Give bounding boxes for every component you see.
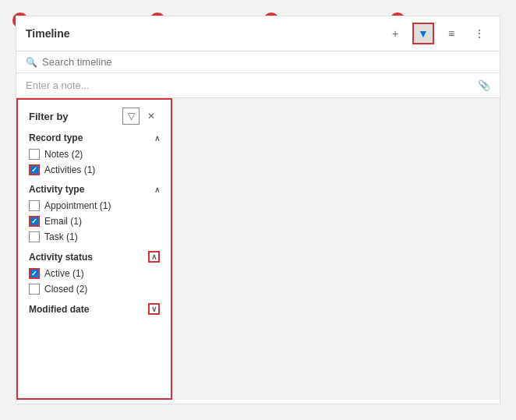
filter-panel-header: Filter by ▽ ✕ [29,108,160,125]
search-input[interactable] [42,56,490,68]
right-panel [172,98,500,400]
close-panel-button[interactable]: ✕ [143,108,160,125]
timeline-card: Timeline + ▼ ≡ ⋮ 🔍 Enter a note... 📎 Fil… [16,16,500,404]
filter-item-active: Active (1) [29,266,160,281]
checkbox-active[interactable] [29,268,40,279]
filter-item-notes: Notes (2) [29,146,160,162]
timeline-title: Timeline [26,27,378,40]
filter-panel: Filter by ▽ ✕ Record type ∧ Notes (2) [16,98,172,400]
label-closed: Closed (2) [44,284,87,295]
checkbox-email[interactable] [29,216,40,227]
filter-item-activities: Activities (1) [29,162,160,178]
filter-item-closed: Closed (2) [29,281,160,297]
note-bar: Enter a note... 📎 [16,73,500,98]
filter-item-appointment: Appointment (1) [29,198,160,214]
section-record-type-label: Record type [29,132,83,143]
checkbox-closed[interactable] [29,284,40,295]
record-type-chevron: ∧ [154,134,160,143]
more-button[interactable]: ⋮ [468,23,490,44]
filter-item-task: Task (1) [29,229,160,245]
sort-button[interactable]: ≡ [440,23,462,44]
activity-status-chevron: ∧ [148,251,160,263]
filter-button[interactable]: ▼ [412,23,434,44]
checkbox-notes[interactable] [29,149,40,160]
section-activity-type-label: Activity type [29,184,84,195]
section-record-type[interactable]: Record type ∧ [29,132,160,143]
checkbox-appointment[interactable] [29,200,40,211]
filter-panel-icons: ▽ ✕ [122,108,160,125]
section-activity-type[interactable]: Activity type ∧ [29,184,160,195]
timeline-header: Timeline + ▼ ≡ ⋮ [16,16,500,51]
activity-type-chevron: ∧ [154,185,160,194]
filter-by-label: Filter by [29,111,69,122]
section-modified-date-label: Modified date [29,304,89,315]
attachment-icon: 📎 [478,79,490,91]
search-bar: 🔍 [16,51,500,73]
label-appointment: Appointment (1) [44,200,111,211]
main-content: Filter by ▽ ✕ Record type ∧ Notes (2) [16,98,500,400]
section-activity-status[interactable]: Activity status ∧ [29,251,160,263]
label-notes: Notes (2) [44,149,83,160]
section-activity-status-label: Activity status [29,252,93,263]
filter-item-email: Email (1) [29,214,160,229]
modified-date-chevron: ∨ [148,303,160,315]
label-active: Active (1) [44,268,84,279]
label-email: Email (1) [44,216,82,227]
section-modified-date[interactable]: Modified date ∨ [29,303,160,315]
search-icon: 🔍 [26,57,37,68]
add-button[interactable]: + [384,23,406,44]
outer-container: 4 3 2 1 5 Timeline + ▼ ≡ ⋮ 🔍 Enter a not… [0,0,516,420]
checkbox-activities[interactable] [29,164,40,175]
filter-panel-filter-icon[interactable]: ▽ [122,108,140,125]
label-activities: Activities (1) [44,164,95,175]
checkbox-task[interactable] [29,231,40,242]
label-task: Task (1) [44,231,78,242]
note-placeholder-text: Enter a note... [26,79,90,91]
